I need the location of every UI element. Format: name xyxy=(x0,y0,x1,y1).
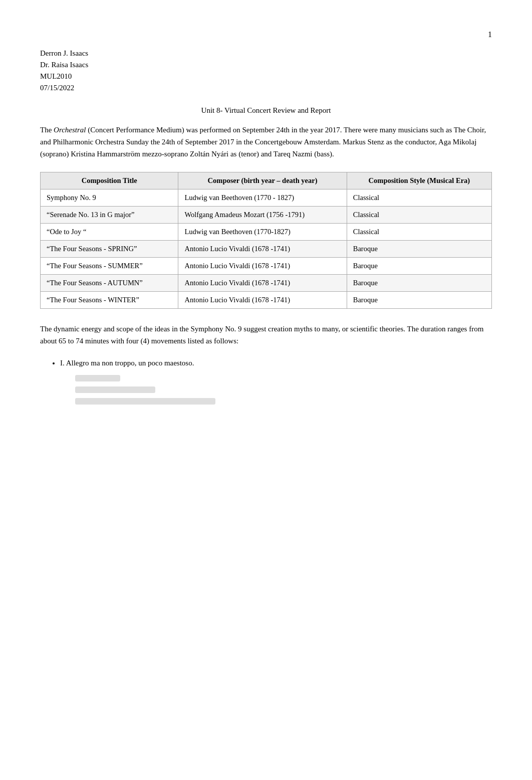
cell-style: Baroque xyxy=(347,275,491,292)
date-line: 07/15/2022 xyxy=(40,84,492,92)
body-paragraph: The dynamic energy and scope of the idea… xyxy=(40,323,492,347)
table-row: “The Four Seasons - WINTER”Antonio Lucio… xyxy=(41,292,492,309)
page-number: 1 xyxy=(40,30,492,39)
sub-list-item xyxy=(75,386,155,393)
sub-list-item xyxy=(75,375,120,381)
table-row: “Serenade No. 13 in G major”Wolfgang Ama… xyxy=(41,207,492,224)
page-title: Unit 8- Virtual Concert Review and Repor… xyxy=(40,106,492,115)
table-row: “Ode to Joy “Ludwig van Beethoven (1770-… xyxy=(41,224,492,241)
table-row: Symphony No. 9Ludwig van Beethoven (1770… xyxy=(41,189,492,207)
cell-composer: Antonio Lucio Vivaldi (1678 -1741) xyxy=(178,275,347,292)
cell-title: “The Four Seasons - SUMMER” xyxy=(41,258,178,275)
cell-style: Baroque xyxy=(347,258,491,275)
cell-composer: Antonio Lucio Vivaldi (1678 -1741) xyxy=(178,258,347,275)
cell-style: Baroque xyxy=(347,241,491,258)
table-header-row: Composition Title Composer (birth year –… xyxy=(41,172,492,189)
col-header-title: Composition Title xyxy=(41,172,178,189)
sub-items xyxy=(75,375,492,405)
movements-list: I. Allegro ma non troppo, un poco maesto… xyxy=(60,357,492,405)
intro-paragraph: The Orchestral (Concert Performance Medi… xyxy=(40,124,492,160)
cell-style: Classical xyxy=(347,189,491,207)
cell-title: “The Four Seasons - SPRING” xyxy=(41,241,178,258)
instructor-line: Dr. Raisa Isaacs xyxy=(40,61,492,69)
sub-list-item xyxy=(75,398,215,405)
col-header-style: Composition Style (Musical Era) xyxy=(347,172,491,189)
cell-title: “The Four Seasons - WINTER” xyxy=(41,292,178,309)
table-row: “The Four Seasons - SUMMER”Antonio Lucio… xyxy=(41,258,492,275)
table-row: “The Four Seasons - SPRING”Antonio Lucio… xyxy=(41,241,492,258)
cell-style: Classical xyxy=(347,207,491,224)
course-line: MUL2010 xyxy=(40,72,492,81)
cell-title: “The Four Seasons - AUTUMN” xyxy=(41,275,178,292)
cell-composer: Antonio Lucio Vivaldi (1678 -1741) xyxy=(178,292,347,309)
table-row: “The Four Seasons - AUTUMN”Antonio Lucio… xyxy=(41,275,492,292)
cell-composer: Ludwig van Beethoven (1770 - 1827) xyxy=(178,189,347,207)
cell-title: “Ode to Joy “ xyxy=(41,224,178,241)
col-header-composer: Composer (birth year – death year) xyxy=(178,172,347,189)
cell-style: Classical xyxy=(347,224,491,241)
cell-style: Baroque xyxy=(347,292,491,309)
cell-title: Symphony No. 9 xyxy=(41,189,178,207)
cell-composer: Ludwig van Beethoven (1770-1827) xyxy=(178,224,347,241)
cell-composer: Wolfgang Amadeus Mozart (1756 -1791) xyxy=(178,207,347,224)
cell-composer: Antonio Lucio Vivaldi (1678 -1741) xyxy=(178,241,347,258)
compositions-table: Composition Title Composer (birth year –… xyxy=(40,172,492,309)
cell-title: “Serenade No. 13 in G major” xyxy=(41,207,178,224)
author-line: Derron J. Isaacs xyxy=(40,49,492,58)
italic-word: Orchestral xyxy=(54,126,86,134)
list-item: I. Allegro ma non troppo, un poco maesto… xyxy=(60,357,492,405)
